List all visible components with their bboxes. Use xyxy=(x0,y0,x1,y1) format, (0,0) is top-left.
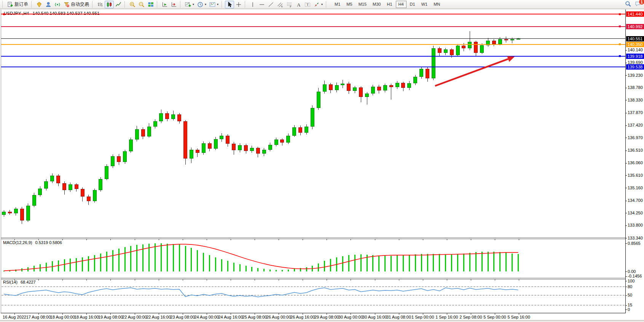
templates-button[interactable]: ▾ xyxy=(208,1,220,8)
hline-139.538[interactable] xyxy=(1,67,625,67)
hline-handle[interactable] xyxy=(3,13,5,15)
macd-bar xyxy=(415,254,416,271)
macd-bar xyxy=(161,243,162,271)
candle xyxy=(419,69,423,77)
signals-button[interactable] xyxy=(53,1,62,8)
candle xyxy=(353,87,357,91)
timeframe-m15[interactable]: M15 xyxy=(356,1,369,8)
indicators-button[interactable]: ▾ xyxy=(183,1,196,8)
candle xyxy=(214,139,218,149)
time-tick xyxy=(207,313,207,315)
notifications-button[interactable]: 1 xyxy=(635,1,641,8)
timeframe-m1[interactable]: M1 xyxy=(332,1,343,8)
macd-bar xyxy=(9,270,10,271)
candle xyxy=(171,114,175,119)
new-order-button[interactable]: 新订单 xyxy=(6,1,30,8)
text-button[interactable]: A xyxy=(294,1,303,8)
macd-bar xyxy=(197,250,198,271)
candle xyxy=(438,48,442,53)
timeframe-w1[interactable]: W1 xyxy=(419,1,430,8)
search-button[interactable] xyxy=(625,1,631,8)
time-tick xyxy=(351,313,351,315)
chart-candles-button[interactable] xyxy=(105,1,114,8)
cursor-button[interactable] xyxy=(225,1,234,8)
macd-label: MACD(12,26,9) 0.5319 0.5806 xyxy=(3,240,62,245)
timeframe-m5[interactable]: M5 xyxy=(344,1,355,8)
macd-bar xyxy=(15,270,16,271)
rsi-pane[interactable] xyxy=(1,279,625,313)
time-tick xyxy=(327,313,327,315)
macd-bar xyxy=(167,244,168,271)
time-label: 16 Aug 2022 xyxy=(3,315,26,319)
rsi-current-value: 68.4227 xyxy=(21,280,36,284)
time-tick xyxy=(110,313,111,315)
price-badge: 141.440 xyxy=(626,11,644,17)
candle xyxy=(256,148,260,154)
hline-icon xyxy=(259,2,265,8)
timeframe-d1[interactable]: D1 xyxy=(407,1,418,8)
rsi-separator-top[interactable] xyxy=(1,278,625,278)
candle xyxy=(2,212,6,215)
macd-bar xyxy=(457,254,458,271)
arrows-button[interactable]: ▾ xyxy=(312,1,324,8)
timeframe-m30[interactable]: M30 xyxy=(370,1,383,8)
zoom-out-button[interactable] xyxy=(137,1,146,8)
macd-bar xyxy=(451,254,452,271)
macd-bar xyxy=(342,256,343,271)
macd-bar xyxy=(33,266,35,271)
candle xyxy=(311,108,314,127)
hline-140.551[interactable] xyxy=(1,38,625,39)
candle xyxy=(32,195,36,206)
hline-handle[interactable] xyxy=(619,43,621,45)
candle xyxy=(317,92,320,108)
tile-windows-button[interactable] xyxy=(146,1,155,8)
hline-139.918[interactable] xyxy=(1,56,625,57)
auto-scroll-button[interactable] xyxy=(160,1,169,8)
fibonacci-button[interactable]: F xyxy=(285,1,294,8)
price-tick-label: 134.700 xyxy=(628,198,643,203)
separator-tick xyxy=(135,239,135,240)
chart-shift-button[interactable] xyxy=(169,1,179,8)
separator-tick xyxy=(303,239,303,240)
candle xyxy=(232,144,236,150)
time-tick xyxy=(38,313,39,315)
timeframe-h1[interactable]: H1 xyxy=(384,1,395,8)
rsi-tick-label: 0 xyxy=(628,307,630,312)
channel-button[interactable]: E xyxy=(276,1,285,8)
trendline-button[interactable] xyxy=(266,1,276,8)
hline-140.992[interactable] xyxy=(1,26,625,27)
macd-bar xyxy=(276,270,277,271)
macd-separator-top[interactable] xyxy=(1,238,625,238)
hline-141.440[interactable] xyxy=(1,14,625,14)
label-button[interactable]: T xyxy=(303,1,312,8)
time-label: 19 Aug 08:00 xyxy=(98,315,123,319)
metaeditor-button[interactable] xyxy=(35,1,44,8)
zoom-in-button[interactable] xyxy=(128,1,137,8)
horizontal-line-button[interactable] xyxy=(257,1,266,8)
timeframe-h4[interactable]: H4 xyxy=(396,1,406,8)
hline-handle[interactable] xyxy=(619,13,621,15)
chevron-down-icon[interactable]: ▾ xyxy=(217,3,218,6)
macd-bar xyxy=(191,248,192,271)
vertical-line-button[interactable] xyxy=(248,1,257,8)
separator-tick xyxy=(471,279,471,281)
autotrading-button[interactable]: 自动交易 xyxy=(62,1,91,8)
separator-tick xyxy=(38,279,39,281)
separator-tick xyxy=(159,239,159,240)
separator-tick xyxy=(207,279,207,281)
terminal-button[interactable] xyxy=(44,1,53,8)
periods-button[interactable]: ▾ xyxy=(196,1,208,8)
chevron-down-icon[interactable]: ▾ xyxy=(193,3,194,6)
chevron-down-icon[interactable]: ▾ xyxy=(205,3,206,6)
hline-handle[interactable] xyxy=(619,55,621,57)
hline-handle[interactable] xyxy=(619,25,621,27)
timeframe-mn[interactable]: MN xyxy=(431,1,443,8)
crosshair-button[interactable] xyxy=(234,1,243,8)
chart-line-button[interactable] xyxy=(114,1,123,8)
hline-140.350[interactable] xyxy=(1,44,625,45)
candle xyxy=(365,94,369,97)
macd-bar xyxy=(463,254,464,271)
chevron-down-icon[interactable]: ▾ xyxy=(321,3,323,6)
separator-tick xyxy=(231,239,231,240)
chart-bars-button[interactable] xyxy=(96,1,105,8)
